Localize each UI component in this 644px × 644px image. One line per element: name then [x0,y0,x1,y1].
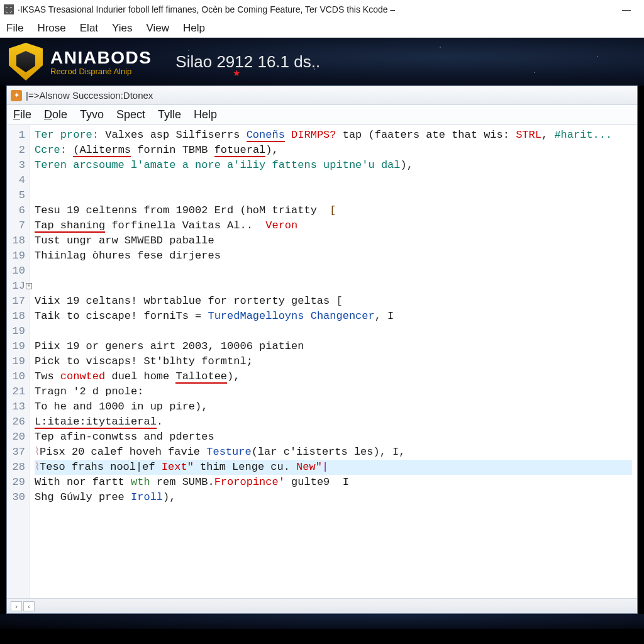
code-line[interactable]: To he and 1000 in up pire), [35,399,632,414]
code-token: (lar c'iisterts les), I, [252,446,406,458]
code-token: conwted [60,370,105,382]
code-line[interactable]: + [35,279,632,294]
code-token: With nor fartt [35,476,131,488]
code-token: Iext" [162,461,194,473]
code-line[interactable]: Tep afin-conwtss and pdertes [35,430,632,445]
code-token: Coneñs [247,129,285,142]
code-token: STRL [516,129,541,141]
code-token: Testure [206,446,251,458]
menu-file[interactable]: File [6,22,23,35]
editor-menu-spect[interactable]: Spect [116,108,145,121]
code-token: ), [163,491,175,503]
menu-hrose[interactable]: Hrose [37,22,65,35]
code-line[interactable]: Tws conwted duel home Tallotee), [35,369,632,384]
code-token: To he and 1000 in up pire), [35,401,208,413]
code-token: duel home [105,370,175,382]
menu-yies[interactable]: Yies [112,22,132,35]
code-line[interactable] [35,188,632,203]
menu-help[interactable]: Help [183,22,205,35]
code-token: #harit... [554,129,612,141]
code-token: Tesu 19 celtenns from 19002 Erd (hoM tri… [35,204,330,216]
editor-window: ✦ |=>Alsnow Succession:Dtonex File Dole … [6,86,638,614]
code-token: TuredMagelloyns Changencer [208,310,374,322]
document-icon: ✦ [11,90,22,101]
code-token: L:itaie:itytaiieral [35,416,157,429]
line-number: 28 [7,460,25,475]
line-number: 1 [7,128,25,143]
code-line[interactable]: Tap shaning forfinella Vaitas Al.. Veron [35,218,632,233]
line-number: 19 [7,248,25,264]
code-token: wth [131,476,150,488]
code-token: gulte9 I [285,476,349,488]
code-token: forfinella Vaitas Al.. [105,219,265,231]
code-token: Tap shaning [35,219,105,233]
code-line[interactable]: Teren arcsoume l'amate a nore a'iliy fat… [35,158,632,173]
code-line[interactable]: Piix 19 or geners airt 2003, 10006 piati… [35,339,632,354]
line-number: 26 [7,414,25,430]
code-token: fotueral [214,144,266,157]
code-line[interactable]: Viix 19 celtans! wbrtablue for rorterty … [35,294,632,309]
star-icon: ★ [233,68,241,78]
line-number: 3 [7,158,25,173]
code-token: Tallotee [175,370,227,384]
code-line[interactable]: Thiinlag òhures fese dirjeres [35,248,632,264]
code-token: Veron [265,219,297,231]
line-number: 6 [7,203,25,218]
editor-statusbar: › ‹ [7,598,637,613]
code-token: ), [227,370,240,382]
code-token: Pisx 20 calef hoveh favie [40,446,206,458]
editor-menu-tylle[interactable]: Tylle [158,108,181,121]
code-line[interactable]: Tragn '2 d pnole: [35,384,632,399]
editor-menu-file[interactable]: File [13,108,31,121]
minimize-button[interactable]: — [613,1,640,18]
code-editor[interactable]: 12345671819101J1718191919102113262037282… [7,125,637,598]
scroll-left-button[interactable]: ‹ [23,601,35,611]
line-number: 18 [7,233,25,248]
bookmark-icon: ⌇ [35,461,40,473]
editor-menu-help[interactable]: Help [194,108,217,121]
editor-menu-dole[interactable]: Dole [44,108,67,121]
code-area[interactable]: Ter prore: Valxes asp Silfiserrs Coneñs … [30,125,637,598]
code-line[interactable]: Ccre: (Aliterms fornin TBMB fotueral), [35,143,632,158]
banner-title: Silao 2912 16.1 ds.. [175,52,320,72]
code-token: Teren arcsoume l'amate a nore a'iliy fat… [35,159,401,171]
line-number: 20 [7,430,25,445]
menu-view[interactable]: View [147,22,170,35]
menu-elat[interactable]: Elat [80,22,98,35]
line-number: 10 [7,264,25,279]
code-line[interactable]: With nor fartt wth rem SUMB.Froropince' … [35,475,632,490]
line-number: 5 [7,188,25,203]
code-line[interactable]: Pick to viscaps! St'blhty formtnl; [35,354,632,369]
line-number: 4 [7,173,25,188]
code-token: (Aliterms [73,144,131,157]
code-line[interactable]: ⌇Teso frahs nool|ef Iext" thim Lenge cu.… [35,460,632,475]
code-line[interactable]: Shg Gúwly pree Iroll), [35,490,632,505]
line-number: 18 [7,309,25,324]
bookmark-icon: ⌇ [35,446,40,458]
code-token: Ccre: [35,144,73,156]
code-line[interactable]: L:itaie:itytaiieral. [35,414,632,430]
code-line[interactable] [35,264,632,279]
code-token: Tust ungr arw SMWEBD paballe [35,235,214,247]
document-tabbar: ✦ |=>Alsnow Succession:Dtonex [7,86,637,105]
scroll-right-button[interactable]: › [11,601,22,611]
line-number: 17 [7,294,25,309]
code-line[interactable]: Taik to ciscape! forniTs = TuredMagelloy… [35,309,632,324]
code-line[interactable] [35,173,632,188]
code-line[interactable] [35,324,632,339]
document-tab-label[interactable]: |=>Alsnow Succession:Dtonex [26,90,153,101]
window-title: ·IKSAS Tresasional Indurier foboll leff … [18,4,395,14]
code-line[interactable]: ⌇Pisx 20 calef hoveh favie Testure(lar c… [35,445,632,460]
editor-menu-tyvo[interactable]: Tyvo [80,108,104,121]
code-line[interactable]: Tesu 19 celtenns from 19002 Erd (hoM tri… [35,203,632,218]
code-token: , [541,129,554,141]
line-number: 29 [7,475,25,490]
code-token: Piix 19 or geners airt 2003, 10006 piati… [35,340,304,352]
code-token: Ter prore: [35,129,105,141]
desktop-background [0,614,644,629]
code-line[interactable]: Ter prore: Valxes asp Silfiserrs Coneñs … [35,128,632,143]
fold-icon[interactable]: + [26,283,32,289]
code-token: [ [330,204,336,216]
line-number: 37 [7,445,25,460]
code-line[interactable]: Tust ungr arw SMWEBD paballe [35,233,632,248]
